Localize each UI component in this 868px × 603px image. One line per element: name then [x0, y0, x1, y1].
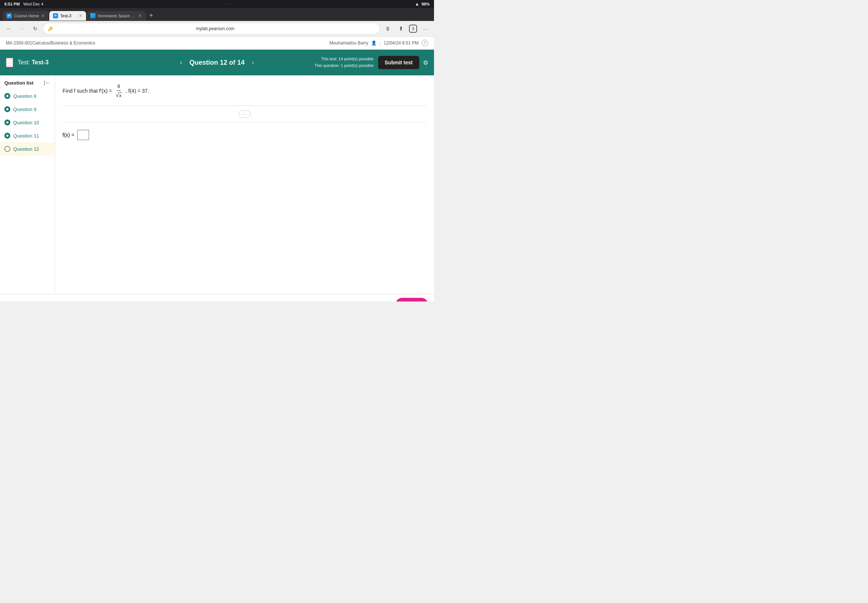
status-time: 6:51 PM: [5, 2, 20, 6]
sidebar-item-q12[interactable]: Question 12: [0, 142, 55, 156]
q9-label: Question 9: [13, 107, 36, 112]
q9-radio: [5, 106, 10, 112]
sidebar-item-q11[interactable]: Question 11: [0, 129, 55, 142]
time-remaining-container: 🕐 Time Remaining: 01:08:28: [176, 301, 248, 302]
tab-close-homework[interactable]: ✕: [138, 13, 142, 19]
test-points: This test: 14 point(s) possible: [314, 56, 374, 62]
q12-label: Question 12: [13, 146, 39, 152]
forward-button[interactable]: →: [17, 23, 27, 34]
math-toolbar-dots[interactable]: ···: [239, 110, 250, 118]
status-date: Wed Dec 4: [23, 2, 43, 6]
tab-icon-course-home: P: [7, 13, 12, 19]
microphone-button[interactable]: 🎙: [382, 23, 393, 34]
key-icon: 🔑: [48, 26, 53, 31]
more-options-button[interactable]: ···: [420, 23, 430, 34]
new-tab-button[interactable]: +: [146, 10, 156, 21]
answer-input[interactable]: [77, 130, 89, 140]
share-button[interactable]: ⬆: [396, 23, 406, 34]
q12-radio: [5, 146, 10, 152]
hamburger-menu[interactable]: ☰: [6, 58, 13, 67]
datetime: 12/04/24 6:51 PM: [384, 40, 419, 46]
tab-test-3[interactable]: P Test-3 ✕: [49, 11, 86, 20]
q11-label: Question 11: [13, 133, 39, 139]
help-icon[interactable]: ?: [421, 40, 428, 46]
user-icon: 👤: [371, 40, 377, 46]
sidebar-item-q10[interactable]: Question 10: [0, 116, 55, 129]
question-list-title: Question list: [5, 80, 34, 86]
settings-button[interactable]: ⚙: [423, 59, 428, 66]
tab-label-course-home: Course Home: [14, 14, 39, 18]
question-prompt: Find f such that f′(x) = 8 √x , f(4) = 3…: [62, 83, 427, 100]
test-title: Test: Test-3: [18, 59, 48, 66]
reload-button[interactable]: ↻: [30, 23, 40, 34]
tab-close-test-3[interactable]: ✕: [79, 13, 82, 19]
q10-radio: [5, 119, 10, 125]
answer-prefix: f(x) =: [62, 132, 74, 138]
back-button[interactable]: ←: [4, 23, 14, 34]
tab-label-homework: Homework Space - Stu: [98, 14, 136, 18]
prev-question-button[interactable]: ‹: [177, 58, 185, 67]
tab-close-course-home[interactable]: ✕: [41, 13, 45, 19]
q11-radio: [5, 133, 10, 139]
tab-icon-test-3: P: [53, 13, 58, 19]
question-points: This question: 1 point(s) possible: [314, 62, 374, 69]
tab-count-badge[interactable]: 3: [409, 25, 417, 33]
next-button[interactable]: Next: [395, 298, 428, 302]
tab-homework-space[interactable]: 🌐 Homework Space - Stu ✕: [87, 11, 145, 20]
q10-label: Question 10: [13, 120, 39, 125]
next-question-button[interactable]: ›: [249, 58, 257, 67]
clock-icon: 🕐: [176, 301, 183, 302]
status-dots: ···: [226, 2, 232, 7]
sidebar-item-q8[interactable]: Question 8: [0, 89, 55, 103]
collapse-sidebar-button[interactable]: |←: [44, 80, 50, 86]
q8-label: Question 8: [13, 93, 36, 99]
answer-row: f(x) =: [62, 130, 427, 140]
battery-indicator: 98%: [421, 2, 430, 6]
wifi-icon: ▲: [415, 2, 419, 7]
course-title: MA 2300-001Calculus/Business & Economics: [6, 40, 95, 46]
user-name: Mouhamadou Barry: [330, 40, 368, 46]
sidebar-item-q9[interactable]: Question 9: [0, 103, 55, 116]
question-counter: Question 12 of 14: [189, 59, 244, 66]
submit-test-button[interactable]: Submit test: [378, 56, 419, 69]
tab-label-test-3: Test-3: [60, 14, 76, 18]
address-text: mylab.pearson.com: [55, 26, 375, 31]
q8-radio: [5, 93, 10, 99]
tab-icon-homework: 🌐: [90, 13, 96, 19]
tab-course-home[interactable]: P Course Home ✕: [3, 11, 48, 20]
address-bar[interactable]: 🔑 mylab.pearson.com: [43, 23, 379, 34]
